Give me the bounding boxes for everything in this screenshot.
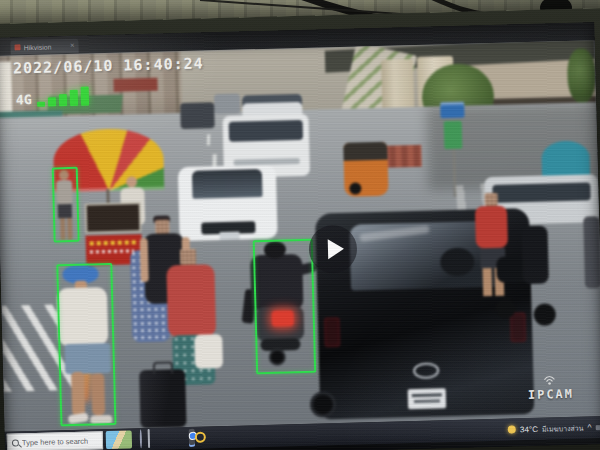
search-icon [12,439,19,446]
tab-close-icon[interactable]: × [70,42,75,50]
signal-bar [80,86,89,106]
camera-hud: 2022/06/10 16:40:24 4G IPCAM [0,40,600,432]
signal-bar [69,90,77,106]
monitor-bezel: Hikvision × [0,7,600,450]
search-placeholder: Type here to search [22,436,89,447]
task-view-icon[interactable] [148,429,150,448]
ipcam-watermark: IPCAM [528,387,574,402]
signal-bar [37,102,45,107]
news-weather-widget[interactable] [106,430,132,449]
cctv-video-frame[interactable]: 2022/06/10 16:40:24 4G IPCAM [0,40,600,432]
taskbar-search-input[interactable]: Type here to search [7,431,103,450]
signal-bar [48,98,56,107]
weather-sun-icon[interactable] [508,425,516,433]
signal-bar [58,94,66,106]
detection-box-person [253,239,316,375]
app-tab-favicon [14,44,20,50]
network-label: 4G [16,92,32,107]
play-icon [327,239,344,259]
app-tab[interactable]: Hikvision × [10,39,78,55]
tray-chevron-icon[interactable]: ^ [587,423,591,432]
app-tab-title: Hikvision [23,43,51,51]
network-status: 4G [16,83,89,107]
system-tray: 34°C มีเมฆบางส่วน ^ [508,416,600,440]
detection-box-person [56,263,116,426]
screen: Hikvision × [0,22,600,450]
signal-bars [36,83,89,106]
timestamp-overlay: 2022/06/10 16:40:24 [13,54,204,77]
tray-temperature[interactable]: 34°C [520,424,538,433]
taskbar-icon-row [137,427,196,450]
ipcam-antenna-icon [543,375,555,385]
play-button[interactable] [308,225,357,274]
tray-overflow-icon[interactable] [596,425,600,430]
cortana-icon[interactable] [140,429,142,448]
detection-box-person [52,167,80,243]
tray-weather-text[interactable]: มีเมฆบางส่วน [542,422,584,434]
